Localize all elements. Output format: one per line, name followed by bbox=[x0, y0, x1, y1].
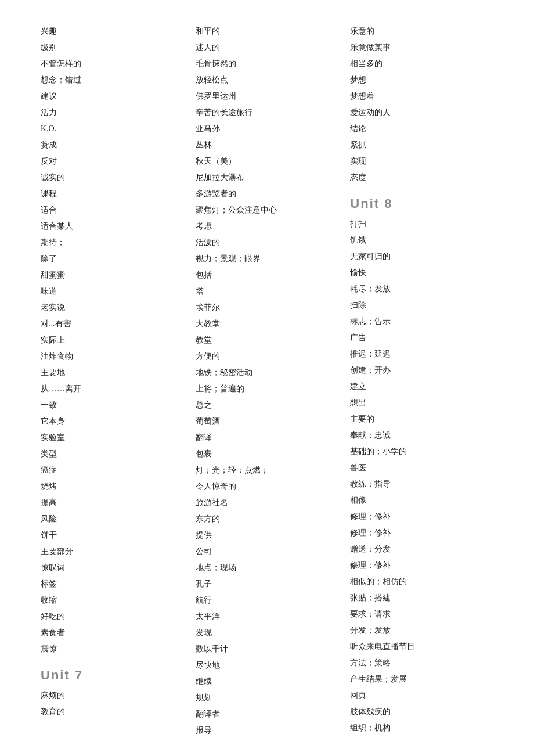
unit-heading-unit-7: Unit 7 bbox=[41, 668, 184, 683]
unit-heading-unit-8: Unit 8 bbox=[350, 196, 493, 211]
vocabulary-item: 无家可归的 bbox=[350, 249, 493, 265]
vocabulary-item: 视力；景观；眼界 bbox=[196, 251, 339, 267]
vocabulary-item: 愉快 bbox=[350, 265, 493, 281]
vocabulary-item: 东方的 bbox=[196, 511, 339, 527]
vocabulary-item: 修理；修补 bbox=[350, 509, 493, 525]
vocabulary-item: 素食者 bbox=[41, 625, 184, 641]
vocabulary-item: 方法；策略 bbox=[350, 655, 493, 671]
vocabulary-item: 惊叹词 bbox=[41, 560, 184, 576]
vocabulary-item: 兴趣 bbox=[41, 23, 184, 39]
vocabulary-item: 诚实的 bbox=[41, 170, 184, 186]
vocabulary-item: 教育的 bbox=[41, 704, 184, 720]
vocabulary-item: 尽快地 bbox=[196, 657, 339, 674]
vocabulary-item: 烧烤 bbox=[41, 478, 184, 495]
vocabulary-item: 除了 bbox=[41, 251, 184, 267]
vocabulary-item: 肢体残疾的 bbox=[350, 704, 493, 720]
vocabulary-item: 翻译 bbox=[196, 430, 339, 446]
vocabulary-item: 饼干 bbox=[41, 527, 184, 543]
vocabulary-item: 梦想着 bbox=[350, 88, 493, 105]
vocabulary-item: 迷人的 bbox=[196, 39, 339, 56]
vocabulary-item: 考虑 bbox=[196, 218, 339, 235]
vocabulary-item: 尼加拉大瀑布 bbox=[196, 170, 339, 186]
vocabulary-item: 孔子 bbox=[196, 576, 339, 592]
vocabulary-item: 数以千计 bbox=[196, 641, 339, 657]
vocabulary-item: 饥饿 bbox=[350, 232, 493, 249]
column-3: 乐意的乐意做某事相当多的梦想梦想着爱运动的人结论紧抓实现态度Unit 8打扫饥饿… bbox=[344, 23, 499, 739]
vocabulary-item: 乐意做某事 bbox=[350, 39, 493, 56]
vocabulary-item: 兽医 bbox=[350, 460, 493, 476]
vocabulary-item: 收缩 bbox=[41, 592, 184, 609]
vocabulary-item: 一致 bbox=[41, 397, 184, 413]
vocabulary-item: 标签 bbox=[41, 576, 184, 592]
vocabulary-item: 继续 bbox=[196, 674, 339, 690]
vocabulary-item: 从……离开 bbox=[41, 381, 184, 397]
vocabulary-item: 秋天（美） bbox=[196, 153, 339, 170]
vocabulary-item: 癌症 bbox=[41, 462, 184, 478]
vocabulary-item: 扫除 bbox=[350, 297, 493, 314]
vocabulary-item: 听众来电直播节目 bbox=[350, 639, 493, 655]
vocabulary-item: 大教堂 bbox=[196, 316, 339, 332]
vocabulary-item: 丛林 bbox=[196, 137, 339, 153]
vocabulary-item: 相当多的 bbox=[350, 56, 493, 72]
vocabulary-item: 放轻松点 bbox=[196, 72, 339, 88]
vocabulary-item: 想出 bbox=[350, 395, 493, 411]
vocabulary-item: 太平洋 bbox=[196, 609, 339, 625]
vocabulary-item: 教堂 bbox=[196, 332, 339, 348]
vocabulary-item: 灯；光；轻；点燃； bbox=[196, 462, 339, 478]
vocabulary-item: 相像 bbox=[350, 492, 493, 509]
vocabulary-item: 想念；错过 bbox=[41, 72, 184, 88]
vocabulary-item: 活力 bbox=[41, 105, 184, 121]
vocabulary-item: 好吃的 bbox=[41, 609, 184, 625]
vocabulary-item: 级别 bbox=[41, 39, 184, 56]
vocabulary-item: 提高 bbox=[41, 495, 184, 511]
vocabulary-item: 主要地 bbox=[41, 365, 184, 381]
vocabulary-item: 提供 bbox=[196, 527, 339, 543]
vocabulary-item: 网页 bbox=[350, 687, 493, 704]
vocabulary-item: 实验室 bbox=[41, 430, 184, 446]
vocabulary-item: 修理；修补 bbox=[350, 557, 493, 574]
vocabulary-item: 推迟；延迟 bbox=[350, 346, 493, 362]
vocabulary-item: 它本身 bbox=[41, 413, 184, 430]
vocabulary-item: 塔 bbox=[196, 283, 339, 300]
vocabulary-item: 震惊 bbox=[41, 641, 184, 657]
vocabulary-item: 航行 bbox=[196, 592, 339, 609]
vocabulary-item: 爱运动的人 bbox=[350, 105, 493, 121]
vocabulary-item: 建立 bbox=[350, 379, 493, 395]
vocabulary-item: 报导 bbox=[196, 722, 339, 739]
vocabulary-item: 分发；发放 bbox=[350, 622, 493, 639]
vocabulary-item: 组织；机构 bbox=[350, 720, 493, 736]
vocabulary-item: 甜蜜蜜 bbox=[41, 267, 184, 283]
vocabulary-item: 梦想 bbox=[350, 72, 493, 88]
vocabulary-grid: 兴趣级别不管怎样的想念；错过建议活力K.O.赞成反对诚实的课程适合适合某人期待；… bbox=[35, 23, 499, 739]
vocabulary-item: 实际上 bbox=[41, 332, 184, 348]
vocabulary-item: 地点；现场 bbox=[196, 560, 339, 576]
vocabulary-item: 教练；指导 bbox=[350, 476, 493, 492]
vocabulary-item: 麻烦的 bbox=[41, 687, 184, 704]
vocabulary-item: 标志；告示 bbox=[350, 314, 493, 330]
vocabulary-item: 令人惊奇的 bbox=[196, 478, 339, 495]
vocabulary-item: 辛苦的长途旅行 bbox=[196, 105, 339, 121]
vocabulary-item: 毛骨悚然的 bbox=[196, 56, 339, 72]
vocabulary-item: 类型 bbox=[41, 446, 184, 462]
vocabulary-item: 规划 bbox=[196, 690, 339, 706]
vocabulary-item: 打扫 bbox=[350, 216, 493, 232]
vocabulary-item: 赠送；分发 bbox=[350, 541, 493, 557]
vocabulary-item: 公司 bbox=[196, 543, 339, 560]
vocabulary-item: 耗尽；发放 bbox=[350, 281, 493, 297]
vocabulary-item: 亚马孙 bbox=[196, 121, 339, 137]
vocabulary-item: 埃菲尔 bbox=[196, 300, 339, 316]
vocabulary-item: 包括 bbox=[196, 267, 339, 283]
vocabulary-item: 葡萄酒 bbox=[196, 413, 339, 430]
vocabulary-item: 反对 bbox=[41, 153, 184, 170]
vocabulary-item: 课程 bbox=[41, 186, 184, 202]
vocabulary-item: 不管怎样的 bbox=[41, 56, 184, 72]
column-1: 兴趣级别不管怎样的想念；错过建议活力K.O.赞成反对诚实的课程适合适合某人期待；… bbox=[35, 23, 190, 739]
vocabulary-item: 和平的 bbox=[196, 23, 339, 39]
vocabulary-item: 上将；普遍的 bbox=[196, 381, 339, 397]
vocabulary-item: 创建；开办 bbox=[350, 362, 493, 379]
vocabulary-item: 赞成 bbox=[41, 137, 184, 153]
vocabulary-item: 要求；请求 bbox=[350, 606, 493, 622]
vocabulary-item: 老实说 bbox=[41, 300, 184, 316]
vocabulary-item: 期待； bbox=[41, 235, 184, 251]
vocabulary-item: 方便的 bbox=[196, 348, 339, 365]
